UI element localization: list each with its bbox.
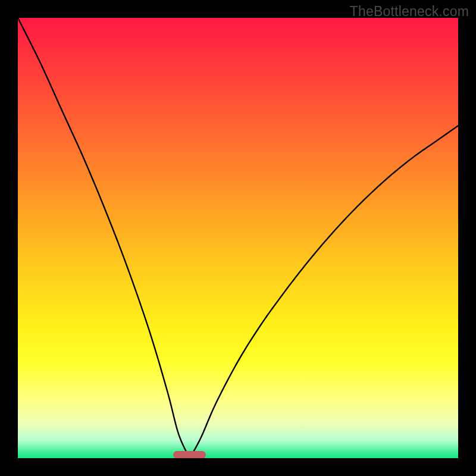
curve-layer	[18, 18, 458, 458]
watermark-text: TheBottleneck.com	[350, 4, 469, 20]
bottleneck-curve	[18, 18, 458, 458]
optimal-range-marker	[173, 451, 206, 458]
chart-stage: TheBottleneck.com	[0, 0, 476, 476]
plot-area	[18, 18, 458, 458]
